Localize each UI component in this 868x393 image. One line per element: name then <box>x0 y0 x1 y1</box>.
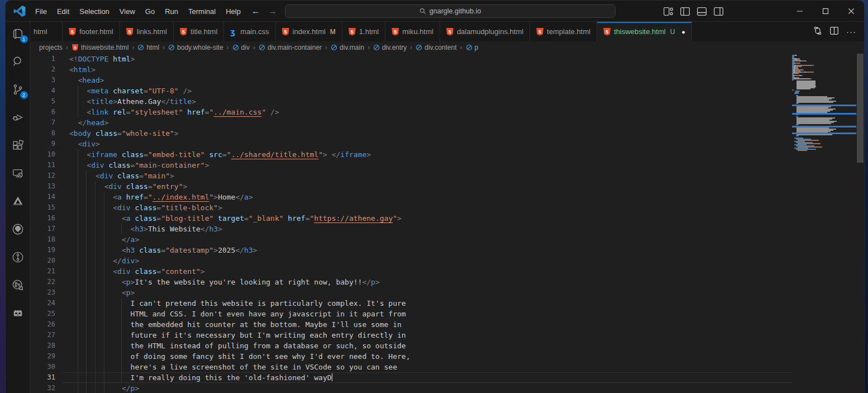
breadcrumb-item-html[interactable]: html <box>137 44 159 51</box>
line-number[interactable]: 12 <box>30 171 55 181</box>
breadcrumb-item-div.entry[interactable]: div.entry <box>373 44 407 51</box>
unsaved-dot-icon[interactable]: ● <box>681 29 685 35</box>
code-line[interactable]: 3 <head> <box>30 75 792 86</box>
extensions-icon[interactable] <box>11 138 25 153</box>
code-editor[interactable]: 1<!DOCTYPE html>2<html>3 <head>4 <meta c… <box>30 54 792 393</box>
scrollbar-slider[interactable] <box>857 54 864 163</box>
line-number[interactable]: 29 <box>30 351 55 362</box>
line-number[interactable]: 4 <box>30 86 55 96</box>
code-line[interactable]: 7 </head> <box>30 117 792 128</box>
github-icon[interactable] <box>11 222 25 236</box>
line-number[interactable]: 31 <box>30 372 55 383</box>
line-number[interactable]: 17 <box>30 224 55 234</box>
toggle-primary-sidebar-icon[interactable] <box>680 7 690 16</box>
line-number[interactable]: 21 <box>30 266 55 277</box>
code-line[interactable]: 4 <meta charset="UTF-8" /> <box>30 86 792 96</box>
code-line[interactable]: 1<!DOCTYPE html> <box>30 54 792 64</box>
menu-terminal[interactable]: Terminal <box>183 5 221 18</box>
code-line[interactable]: 18 </a> <box>30 234 792 245</box>
menu-view[interactable]: View <box>115 5 140 18</box>
code-line[interactable]: 24 I can't pretend this website is parti… <box>30 298 792 309</box>
tab-title.html[interactable]: 5title.html <box>174 22 224 41</box>
tab-footer.html[interactable]: 5footer.html <box>63 22 120 41</box>
run-debug-icon[interactable] <box>11 110 25 125</box>
breadcrumb-item-body.whole-site[interactable]: body.whole-site <box>168 44 223 51</box>
tab-thiswebsite.html[interactable]: 5thiswebsite.htmlU● <box>597 22 692 41</box>
breadcrumb-item-div.main-container[interactable]: div.main-container <box>259 44 322 51</box>
menu-selection[interactable]: Selection <box>74 5 114 18</box>
code-line[interactable]: 13 <div class="entry"> <box>30 181 792 192</box>
close-button[interactable] <box>838 1 864 22</box>
line-number[interactable]: 3 <box>30 75 55 86</box>
code-line[interactable]: 26 the embedded hit counter at the botto… <box>30 319 792 330</box>
git-graph-icon[interactable] <box>11 278 25 292</box>
extension-a-triangle-icon[interactable] <box>11 194 25 209</box>
command-center-search[interactable]: gnargle.github.io <box>285 4 616 18</box>
tab-1.html[interactable]: 51.html <box>342 22 385 41</box>
code-line[interactable]: 10 <iframe class="embed-title" src="../s… <box>30 149 792 160</box>
nav-back-icon[interactable]: ← <box>251 6 260 16</box>
code-line[interactable]: 23 <p> <box>30 287 792 298</box>
tab-links.html[interactable]: 5links.html <box>120 22 174 41</box>
code-line[interactable]: 17 <h3>This Website</h3> <box>30 224 792 234</box>
line-number[interactable]: 13 <box>30 181 55 192</box>
line-number[interactable]: 30 <box>30 362 55 372</box>
source-control-icon[interactable]: 2 <box>11 82 25 97</box>
maximize-button[interactable] <box>813 1 838 22</box>
remote-explorer-icon[interactable] <box>11 166 25 181</box>
line-number[interactable]: 26 <box>30 319 55 330</box>
tab-index.html[interactable]: 5index.htmlM <box>276 22 342 41</box>
breadcrumb-item-p[interactable]: p <box>466 44 479 51</box>
line-number[interactable]: 24 <box>30 298 55 309</box>
code-line[interactable]: 32 </p> <box>30 383 792 393</box>
code-line[interactable]: 22 <p>It's the website you're looking at… <box>30 277 792 287</box>
line-number[interactable]: 27 <box>30 330 55 340</box>
code-line[interactable]: 15 <div class="title-block"> <box>30 202 792 213</box>
code-line[interactable]: 9 <div> <box>30 139 792 149</box>
menu-run[interactable]: Run <box>160 5 183 18</box>
code-line[interactable]: 20 </div> <box>30 255 792 266</box>
tab-miku.html[interactable]: 5miku.html <box>385 22 440 41</box>
code-line[interactable]: 14 <a href="../index.html">Home</a> <box>30 192 792 202</box>
line-number[interactable]: 2 <box>30 64 55 75</box>
line-number[interactable]: 20 <box>30 255 55 266</box>
breadcrumb-item-div.main[interactable]: div.main <box>331 44 364 51</box>
code-line[interactable]: 12 <div class="main"> <box>30 171 792 181</box>
line-number[interactable]: 18 <box>30 234 55 245</box>
line-number[interactable]: 7 <box>30 117 55 128</box>
gitlens-icon[interactable] <box>11 250 25 264</box>
tab-dalamudplugins.html[interactable]: 5dalamudplugins.html <box>440 22 530 41</box>
code-line[interactable]: 5 <title>Athene.Gay</title> <box>30 96 792 107</box>
line-number[interactable]: 8 <box>30 128 55 139</box>
line-number[interactable]: 28 <box>30 340 55 351</box>
customize-layout-icon[interactable] <box>664 7 673 16</box>
line-number[interactable]: 15 <box>30 202 55 213</box>
code-line[interactable]: 6 <link rel="stylesheet" href="../main.c… <box>30 107 792 117</box>
search-sidebar-icon[interactable] <box>11 54 25 69</box>
line-number[interactable]: 22 <box>30 277 55 287</box>
code-line[interactable]: 28 the HTML instead of pulling from a da… <box>30 340 792 351</box>
line-number[interactable]: 25 <box>30 309 55 319</box>
breadcrumb-item-div[interactable]: div <box>232 44 250 51</box>
code-line[interactable]: 2<html> <box>30 64 792 75</box>
line-number[interactable]: 10 <box>30 149 55 160</box>
menu-go[interactable]: Go <box>140 5 160 18</box>
code-line[interactable]: 8<body class="whole-site"> <box>30 128 792 139</box>
tab-html[interactable]: html <box>30 22 63 41</box>
line-number[interactable]: 14 <box>30 192 55 202</box>
code-line[interactable]: 19 <h3 class="datestamp">2025</h3> <box>30 245 792 255</box>
line-number[interactable]: 9 <box>30 139 55 149</box>
more-actions-icon[interactable]: ··· <box>846 27 856 36</box>
code-line[interactable]: 30 here's a live screenshot of the site … <box>30 362 792 372</box>
breadcrumb-item-div.content[interactable]: div.content <box>416 44 456 51</box>
menu-help[interactable]: Help <box>221 5 246 18</box>
minimap[interactable] <box>792 54 856 393</box>
line-number[interactable]: 11 <box>30 160 55 171</box>
code-line[interactable]: 29 of doing some fancy shit I don't see … <box>30 351 792 362</box>
code-line[interactable]: 16 <a class="blog-title" target="_blank"… <box>30 213 792 224</box>
line-number[interactable]: 1 <box>30 54 55 64</box>
code-line[interactable]: 25 HTML and CSS. I don't even have any j… <box>30 309 792 319</box>
compare-changes-icon[interactable] <box>813 26 822 37</box>
code-line[interactable]: 27 future if it's necessary but I'm writ… <box>30 330 792 340</box>
code-line[interactable]: 21 <div class="content"> <box>30 266 792 277</box>
